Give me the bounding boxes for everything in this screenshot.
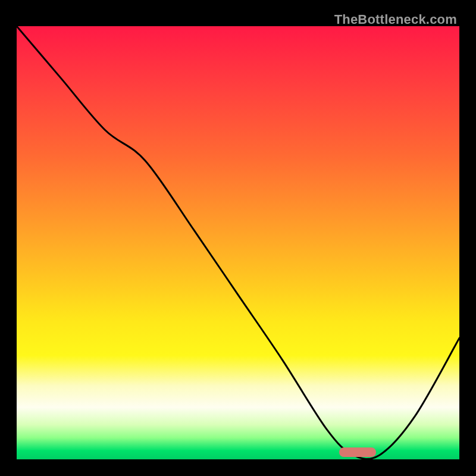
curve-path	[17, 26, 459, 459]
watermark-text: TheBottleneck.com	[334, 12, 457, 27]
bottleneck-curve	[17, 26, 459, 459]
chart-frame: TheBottleneck.com	[8, 8, 468, 468]
optimal-range-marker	[339, 447, 376, 457]
plot-area	[17, 26, 459, 459]
